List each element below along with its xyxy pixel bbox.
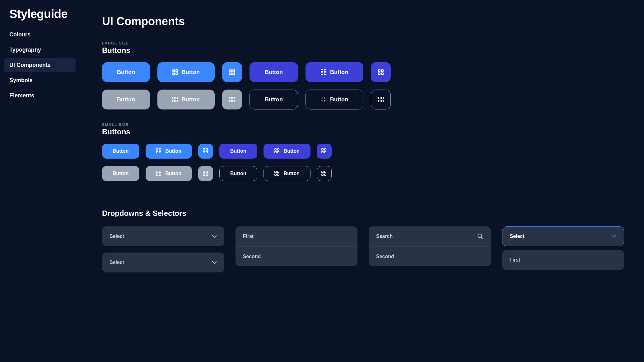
- grid-icon: [203, 148, 208, 154]
- search-select: Search Second: [369, 226, 491, 266]
- search-icon: [477, 233, 483, 239]
- button-small-blue[interactable]: Button: [102, 144, 139, 159]
- button-small-blue-icon[interactable]: [198, 144, 213, 159]
- small-buttons-overline: SMALL SIZE: [102, 123, 624, 127]
- select-closed-2[interactable]: Select: [102, 253, 224, 272]
- large-buttons-grid: Button Button Button Button Button Butto…: [102, 62, 624, 109]
- dropdowns-grid: Select Select First Second Search Second: [102, 226, 624, 272]
- grid-icon: [156, 148, 162, 154]
- select-label: Select: [510, 234, 525, 239]
- sidebar-item-colours[interactable]: Colours: [4, 28, 76, 42]
- grid-icon: [172, 97, 178, 102]
- chevron-down-icon: [212, 260, 217, 265]
- sidebar-item-symbols[interactable]: Symbols: [4, 73, 76, 87]
- button-small-indigo[interactable]: Button: [219, 144, 257, 159]
- small-buttons-title: Buttons: [102, 128, 624, 136]
- list-item[interactable]: Second: [369, 246, 491, 266]
- button-large-gray[interactable]: Button: [102, 90, 150, 109]
- select-closed[interactable]: Select: [102, 226, 224, 246]
- button-small-blue-icon-label[interactable]: Button: [146, 144, 192, 159]
- button-large-indigo[interactable]: Button: [250, 62, 298, 82]
- sidebar-nav: Colours Typography UI Components Symbols…: [0, 28, 80, 103]
- page-title: UI Components: [102, 15, 624, 28]
- list-item[interactable]: Second: [236, 246, 358, 266]
- sidebar-item-elements[interactable]: Elements: [4, 89, 76, 103]
- button-large-blue-icon-label[interactable]: Button: [157, 62, 215, 82]
- sidebar: Styleguide Colours Typography UI Compone…: [0, 0, 80, 362]
- button-large-indigo-icon[interactable]: [371, 62, 391, 82]
- grid-icon: [321, 69, 326, 75]
- button-large-blue[interactable]: Button: [102, 62, 150, 82]
- sidebar-item-typography[interactable]: Typography: [4, 43, 76, 57]
- button-large-gray-icon[interactable]: [222, 90, 242, 109]
- select-focused-col: Select First: [502, 226, 624, 270]
- grid-icon: [321, 148, 327, 154]
- button-large-indigo-icon-label[interactable]: Button: [306, 62, 363, 82]
- select-focused[interactable]: Select: [502, 226, 624, 246]
- sidebar-item-ui-components[interactable]: UI Components: [4, 58, 76, 72]
- grid-icon: [172, 69, 178, 75]
- button-large-gray-icon-label[interactable]: Button: [157, 90, 215, 109]
- button-small-gray-icon[interactable]: [198, 166, 213, 181]
- button-small-outline[interactable]: Button: [219, 166, 257, 181]
- large-buttons-title: Buttons: [102, 46, 624, 55]
- button-small-indigo-icon-label[interactable]: Button: [264, 144, 311, 159]
- large-buttons-overline: LARGE SIZE: [102, 41, 624, 45]
- dropdowns-title: Dropdowns & Selectors: [102, 209, 624, 218]
- grid-icon: [274, 148, 280, 154]
- grid-icon: [274, 171, 280, 176]
- button-small-gray-icon-label[interactable]: Button: [146, 166, 192, 181]
- small-buttons-grid: Button Button Button Button Button Butto…: [102, 144, 624, 181]
- button-small-gray[interactable]: Button: [102, 166, 139, 181]
- button-large-outline[interactable]: Button: [250, 90, 298, 109]
- chevron-down-icon: [611, 234, 616, 239]
- select-open-list: First Second: [236, 226, 358, 266]
- grid-icon: [229, 69, 235, 75]
- select-label: Select: [110, 260, 124, 265]
- grid-icon: [156, 171, 162, 176]
- select-closed-col: Select Select: [102, 226, 224, 272]
- grid-icon: [229, 97, 235, 102]
- button-large-blue-icon[interactable]: [222, 62, 242, 82]
- button-small-indigo-icon[interactable]: [317, 144, 332, 159]
- button-large-outline-icon-label[interactable]: Button: [306, 90, 363, 109]
- main-content: UI Components LARGE SIZE Buttons Button …: [80, 0, 644, 362]
- chevron-down-icon: [212, 234, 217, 239]
- brand-title: Styleguide: [0, 3, 80, 28]
- button-large-outline-icon[interactable]: [371, 90, 391, 109]
- grid-icon: [203, 171, 208, 176]
- grid-icon: [321, 97, 326, 102]
- list-item[interactable]: First: [236, 226, 358, 246]
- select-label: Select: [110, 234, 124, 239]
- grid-icon: [378, 69, 384, 75]
- button-small-outline-icon[interactable]: [317, 166, 332, 181]
- search-input[interactable]: Search: [369, 226, 491, 246]
- grid-icon: [321, 171, 327, 176]
- search-placeholder: Search: [376, 234, 393, 239]
- grid-icon: [378, 97, 384, 102]
- list-item[interactable]: First: [502, 250, 624, 270]
- button-small-outline-icon-label[interactable]: Button: [264, 166, 311, 181]
